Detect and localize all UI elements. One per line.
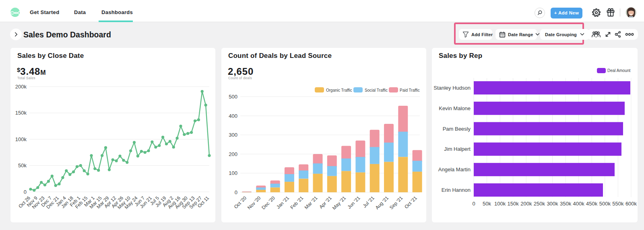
svg-text:150k: 150k [15,110,27,116]
svg-text:500: 500 [229,94,237,100]
svg-text:100: 100 [229,170,237,176]
svg-text:Aug '21: Aug '21 [374,195,390,211]
svg-text:Erin Hannon: Erin Hannon [442,187,471,193]
svg-text:Paid Traffic: Paid Traffic [400,88,420,92]
svg-text:Nov '20: Nov '20 [246,195,262,211]
svg-text:Jan '21: Jan '21 [275,195,290,210]
svg-text:0: 0 [24,189,27,195]
svg-text:Angela Martin: Angela Martin [438,166,471,172]
svg-text:400k: 400k [573,201,584,207]
svg-text:550k: 550k [612,201,624,207]
svg-text:Apr '21: Apr '21 [318,195,333,210]
svg-text:Jun '21: Jun '21 [347,195,361,210]
svg-text:150k: 150k [508,201,519,207]
svg-text:Kevin Malone: Kevin Malone [439,105,471,111]
svg-text:Deal Amount: Deal Amount [607,68,630,73]
svg-text:Dec '20: Dec '20 [260,195,276,211]
svg-text:Jim Halpert: Jim Halpert [444,146,471,152]
svg-text:450k: 450k [586,201,598,207]
svg-text:50k: 50k [483,201,491,207]
svg-text:Sep '21: Sep '21 [388,195,404,211]
svg-text:May '21: May '21 [331,195,347,211]
svg-text:Stanley Hudson: Stanley Hudson [433,85,471,91]
svg-text:350k: 350k [560,201,572,207]
svg-text:0: 0 [235,189,237,195]
svg-text:Organic Traffic: Organic Traffic [326,88,352,92]
svg-text:300k: 300k [547,201,558,207]
svg-text:50k: 50k [18,162,27,168]
svg-text:200k: 200k [15,84,27,90]
svg-text:400: 400 [229,113,237,119]
svg-text:Oct '21: Oct '21 [403,195,418,210]
svg-text:250k: 250k [534,201,545,207]
svg-text:200k: 200k [520,201,532,207]
svg-text:Pam Beesly: Pam Beesly [443,126,471,132]
svg-text:500k: 500k [599,201,611,207]
svg-text:Social Traffic: Social Traffic [365,88,388,92]
svg-text:0: 0 [472,201,475,207]
svg-text:200: 200 [229,151,237,157]
svg-text:Mar '21: Mar '21 [303,195,319,210]
svg-text:100k: 100k [494,201,506,207]
svg-text:Jul '21: Jul '21 [362,195,376,209]
svg-text:300: 300 [229,132,237,138]
svg-text:100k: 100k [15,136,27,142]
svg-text:600k: 600k [625,201,637,207]
svg-text:Oct '20: Oct '20 [233,195,248,210]
svg-text:Feb '21: Feb '21 [289,195,304,210]
